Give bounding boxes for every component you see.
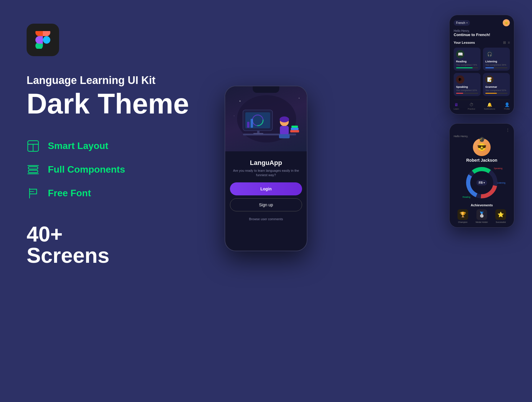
lesson-progress-reading: You completed 74%	[456, 64, 478, 66]
feature-smart-layout: Smart Layout	[27, 140, 219, 153]
list-icon[interactable]: ≡	[508, 40, 510, 45]
svg-rect-12	[253, 133, 263, 134]
svg-rect-4	[28, 170, 38, 173]
nav-learn[interactable]: 🖥 Learn	[454, 102, 459, 110]
avatar-hat: 🎓	[478, 136, 486, 143]
skills-chart: FR ▾ Speaking Listening Reading	[464, 165, 499, 200]
nav-practice[interactable]: ⏱ Practice	[468, 102, 475, 110]
lessons-grid: 📖 Reading You completed 74% 🎧 Listening …	[454, 48, 510, 96]
screens-count: 40+	[27, 223, 219, 245]
svg-point-20	[280, 116, 289, 122]
browse-link[interactable]: Browse user comments	[230, 217, 302, 221]
lesson-name-speaking: Speaking	[456, 85, 478, 88]
notifications-icon: 🔔	[487, 102, 492, 107]
practice-icon: ⏱	[469, 102, 473, 107]
left-section: Language Learning UI Kit Dark Theme Smar…	[27, 24, 219, 266]
achievements-section: Achievements 🏆 Champion 🥈 Medal Holder ⭐…	[454, 203, 510, 223]
champion-label: Champion	[458, 221, 468, 223]
achievements-row: 🏆 Champion 🥈 Medal Holder ⭐ Successful	[454, 209, 510, 223]
progress-bar-fill-speaking	[456, 93, 463, 94]
svg-point-27	[299, 98, 300, 99]
svg-rect-25	[291, 126, 298, 128]
bottom-navigation: 🖥 Learn ⏱ Practice 🔔 Notifications 👤 Pro…	[454, 100, 510, 110]
successful-label: Successful	[496, 221, 506, 223]
feature-free-font: Free Font	[27, 187, 219, 200]
learn-icon: 🖥	[454, 102, 458, 107]
profile-avatar-section: 😎 🎓 Robert Jackson	[454, 138, 510, 163]
grammar-icon: 📝	[485, 75, 494, 84]
center-phone: LanguApp Are you ready to learn language…	[225, 86, 307, 251]
medal-label: Medal Holder	[476, 221, 488, 223]
chart-chevron: ▾	[484, 181, 485, 184]
phone-content: LanguApp Are you ready to learn language…	[225, 151, 307, 226]
more-options-icon[interactable]: ⋮	[506, 128, 510, 132]
profile-header: ⋮	[454, 128, 510, 132]
center-phone-frame: LanguApp Are you ready to learn language…	[225, 86, 307, 251]
svg-point-28	[234, 116, 234, 116]
svg-rect-22	[279, 134, 290, 138]
lesson-name-reading: Reading	[456, 60, 478, 63]
profile-avatar: 😎 🎓	[473, 138, 491, 156]
grid-icon[interactable]: ⊞	[503, 40, 506, 45]
subtitle: Language Learning UI Kit	[27, 74, 219, 87]
achievement-medal: 🥈 Medal Holder	[476, 209, 488, 223]
free-font-label: Free Font	[48, 188, 91, 199]
lessons-title: Your Lessons	[454, 41, 475, 44]
layers-icon	[27, 163, 40, 176]
profile-name: Robert Jackson	[466, 158, 497, 163]
greeting-main: Continue to French!	[454, 33, 510, 37]
svg-rect-17	[247, 122, 249, 128]
phone-notch	[253, 86, 279, 93]
lesson-progress-speaking: You completed 32%	[456, 89, 478, 92]
chevron-down-icon: ▾	[466, 22, 468, 24]
lessons-phone: French ▾ 😊 Hello Henry, Continue to Fren…	[449, 15, 514, 114]
app-name: LanguApp	[230, 159, 302, 167]
champion-trophy-icon: 🏆	[458, 209, 468, 220]
app-tagline: Are you ready to learn languages easily …	[230, 168, 302, 178]
achievements-title: Achievements	[454, 203, 510, 207]
progress-bar-bg-listening	[485, 67, 507, 68]
nav-profile[interactable]: 👤 Profile	[504, 102, 510, 110]
chart-country-code: FR	[479, 181, 483, 184]
lesson-card-grammar[interactable]: 📝 Grammar You completed 52%	[483, 73, 510, 96]
signup-button[interactable]: Sign up	[230, 198, 302, 211]
profile-phone: ⋮ Hello Henry, 😎 🎓 Robert Jackson	[449, 123, 514, 228]
lesson-card-reading[interactable]: 📖 Reading You completed 74%	[454, 48, 481, 71]
greeting-sub: Hello Henry,	[454, 29, 510, 33]
phone-top-bar: French ▾ 😊	[454, 19, 510, 26]
language-text: French	[456, 21, 465, 25]
achievement-champion: 🏆 Champion	[458, 209, 468, 223]
progress-bar-bg-speaking	[456, 93, 478, 94]
figma-logo	[27, 24, 59, 56]
star-icon: ⭐	[495, 209, 506, 220]
lesson-name-listening: Listening	[485, 60, 507, 63]
flag-icon	[27, 187, 40, 200]
lesson-card-listening[interactable]: 🎧 Listening You completed 39%	[483, 48, 510, 71]
user-avatar: 😊	[503, 19, 510, 26]
lesson-card-speaking[interactable]: 🗣 Speaking You completed 32%	[454, 73, 481, 96]
svg-rect-21	[280, 126, 289, 135]
progress-bar-fill-listening	[485, 67, 494, 68]
achievement-successful: ⭐ Successful	[495, 209, 506, 223]
listening-icon: 🎧	[485, 50, 494, 58]
nav-notifications[interactable]: 🔔 Notifications	[484, 102, 495, 110]
main-title: Dark Theme	[27, 89, 219, 119]
svg-rect-24	[291, 128, 299, 130]
lesson-progress-grammar: You completed 52%	[485, 89, 507, 92]
svg-rect-18	[251, 119, 253, 128]
listening-label: Listening	[497, 182, 505, 184]
medal-icon: 🥈	[476, 209, 487, 220]
layout-icon	[27, 140, 40, 153]
lesson-name-grammar: Grammar	[485, 85, 507, 88]
right-phones: French ▾ 😊 Hello Henry, Continue to Fren…	[449, 15, 514, 228]
reading-label: Reading	[463, 196, 470, 198]
language-selector[interactable]: French ▾	[454, 20, 470, 26]
lessons-view-icons: ⊞ ≡	[503, 40, 510, 45]
login-button[interactable]: Login	[230, 182, 302, 195]
svg-rect-23	[290, 130, 299, 132]
speaking-icon: 🗣	[456, 75, 464, 84]
smart-layout-label: Smart Layout	[48, 140, 108, 151]
full-components-label: Full Components	[48, 164, 125, 175]
progress-bar-bg-reading	[456, 67, 478, 68]
lesson-progress-listening: You completed 39%	[485, 64, 507, 66]
